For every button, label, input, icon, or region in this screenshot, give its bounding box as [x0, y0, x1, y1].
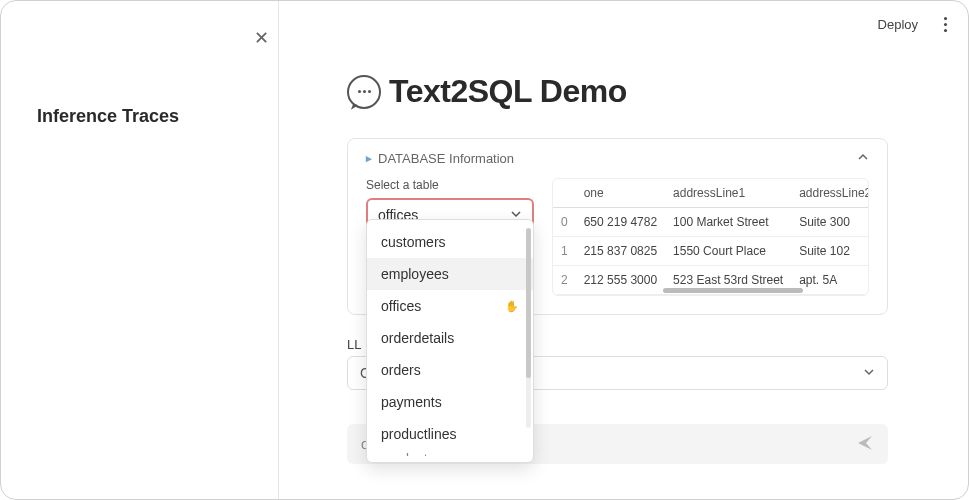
table-cell: 215 837 0825 — [576, 237, 665, 266]
dropdown-option[interactable]: payments — [367, 386, 533, 418]
dropdown-option[interactable]: customers — [367, 226, 533, 258]
sidebar-title: Inference Traces — [37, 106, 278, 127]
table-cell: Suite 300 — [791, 208, 869, 237]
table-select-dropdown: customersemployeesoffices✋orderdetailsor… — [366, 219, 534, 463]
table-header: addressLine2 — [791, 179, 869, 208]
table-header — [553, 179, 576, 208]
chat-icon — [347, 75, 381, 109]
dropdown-option[interactable]: offices✋ — [367, 290, 533, 322]
table-cell: 100 Market Street — [665, 208, 791, 237]
dropdown-option[interactable]: orderdetails — [367, 322, 533, 354]
select-label: Select a table — [366, 178, 534, 192]
horizontal-scrollbar[interactable] — [663, 288, 803, 293]
database-icon: ▸ — [366, 152, 372, 165]
send-icon[interactable] — [856, 434, 874, 455]
table-header: addressLine1 — [665, 179, 791, 208]
table-cell: 1550 Court Place — [665, 237, 791, 266]
sidebar: Inference Traces — [1, 1, 279, 499]
table-header: one — [576, 179, 665, 208]
main-content: Text2SQL Demo ▸ DATABASE Information Sel… — [279, 1, 968, 499]
dropdown-scrollbar[interactable] — [526, 228, 531, 428]
table-cell: 650 219 4782 — [576, 208, 665, 237]
cursor-icon: ✋ — [505, 300, 519, 313]
dropdown-option[interactable]: products — [367, 450, 533, 456]
card-title: DATABASE Information — [378, 151, 514, 166]
table-cell: 212 555 3000 — [576, 266, 665, 295]
table-cell: 2 — [553, 266, 576, 295]
page-title: Text2SQL Demo — [347, 73, 888, 110]
table-cell: 0 — [553, 208, 576, 237]
dropdown-option[interactable]: employees — [367, 258, 533, 290]
collapse-icon[interactable] — [857, 151, 869, 166]
page-title-text: Text2SQL Demo — [389, 73, 627, 110]
table-row: 0650 219 4782100 Market StreetSuite 300C… — [553, 208, 869, 237]
table-row: 1215 837 08251550 Court PlaceSuite 102MA… — [553, 237, 869, 266]
dropdown-option[interactable]: productlines — [367, 418, 533, 450]
dropdown-option[interactable]: orders — [367, 354, 533, 386]
chevron-down-icon — [863, 365, 875, 381]
table-cell: Suite 102 — [791, 237, 869, 266]
data-table: oneaddressLine1addressLine2stateco 0650 … — [552, 178, 869, 296]
database-info-card: ▸ DATABASE Information Select a table of… — [347, 138, 888, 315]
table-cell: 1 — [553, 237, 576, 266]
